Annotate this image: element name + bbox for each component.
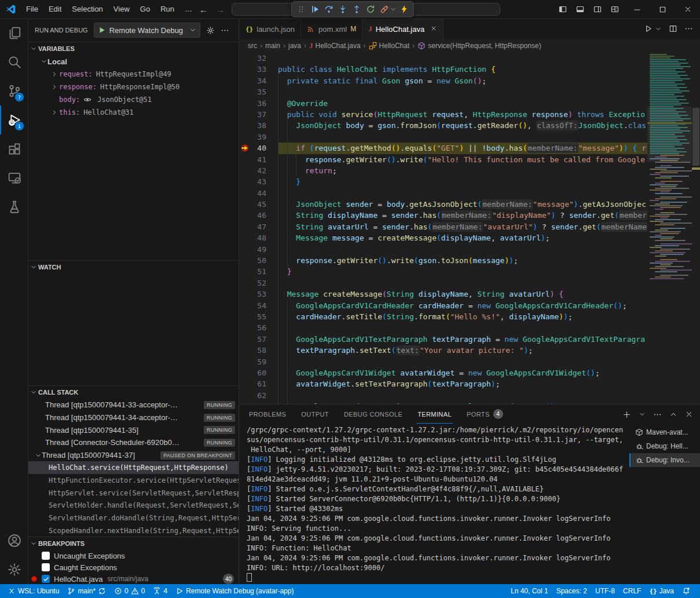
editor-gutter[interactable]: 48: [240, 232, 278, 243]
editor-gutter[interactable]: 33: [240, 64, 278, 75]
toggle-panel-button[interactable]: [571, 0, 589, 19]
close-button[interactable]: [676, 0, 700, 19]
variable-row[interactable]: body:JsonObject@51: [28, 93, 239, 106]
debug-config-dropdown[interactable]: Remote Watch Debug: [94, 23, 200, 38]
editor-gutter[interactable]: 39: [240, 132, 278, 143]
menu-view[interactable]: View: [108, 0, 135, 19]
new-terminal-button[interactable]: [622, 410, 631, 419]
breakpoint-checkbox[interactable]: [42, 563, 50, 571]
menu-go[interactable]: Go: [135, 0, 155, 19]
editor-gutter[interactable]: 49: [240, 244, 278, 255]
stack-frame[interactable]: ScopedHandler.nextHandle(String,Request,…: [28, 524, 239, 537]
editor-gutter[interactable]: 47: [240, 221, 278, 232]
debug-disconnect-button[interactable]: [378, 3, 391, 16]
nav-back-icon[interactable]: ←: [199, 5, 208, 14]
maximize-panel-icon[interactable]: [669, 410, 677, 418]
chevron-down-icon[interactable]: [390, 3, 397, 16]
drag-grip-button[interactable]: [295, 3, 307, 16]
status-utf-8[interactable]: UTF-8: [591, 584, 619, 598]
activitybar-remote-explorer[interactable]: [0, 163, 28, 192]
maximize-button[interactable]: [650, 0, 675, 19]
tab-pom-xml[interactable]: pom.xmlM: [301, 19, 362, 39]
terminal-output[interactable]: /grpc/grpc-context/1.27.2/grpc-context-1…: [247, 425, 626, 583]
breadcrumb-item[interactable]: main: [265, 42, 280, 50]
variable-row[interactable]: request:HttpRequestImpl@49: [28, 68, 239, 81]
debug-step-over-button[interactable]: [322, 3, 335, 16]
breakpoint-row[interactable]: Caught Exceptions: [28, 561, 239, 573]
panel-tab-output[interactable]: OUTPUT: [300, 406, 330, 424]
activitybar-source-control[interactable]: 7: [0, 76, 28, 105]
minimize-button[interactable]: [625, 0, 649, 19]
editor-gutter[interactable]: 34: [240, 75, 278, 86]
nav-forward-icon[interactable]: →: [216, 5, 225, 14]
breadcrumb-item[interactable]: HelloChat: [369, 42, 410, 50]
terminal-session[interactable]: Debug: Invo...: [629, 453, 700, 467]
breadcrumb-item[interactable]: JHelloChat.java: [309, 41, 361, 50]
terminal-session[interactable]: Debug: Hell...: [629, 439, 700, 453]
watch-header[interactable]: WATCH: [28, 260, 239, 274]
toggle-primary-sidebar-button[interactable]: [554, 0, 571, 19]
activitybar-extensions[interactable]: [0, 134, 28, 163]
editor-gutter[interactable]: 41: [240, 154, 278, 165]
panel-tab-problems[interactable]: PROBLEMS: [248, 406, 287, 424]
editor-gutter[interactable]: 37: [240, 109, 278, 120]
customize-layout-button[interactable]: [606, 0, 624, 19]
status-braces[interactable]: {}Java: [645, 584, 678, 598]
editor-gutter[interactable]: 44: [240, 188, 278, 199]
call-stack-thread[interactable]: Thread [qtp1500079441-34-acceptor-1@66..…: [28, 411, 239, 424]
editor-gutter[interactable]: 45: [240, 199, 278, 210]
breakpoint-row[interactable]: Uncaught Exceptions: [28, 550, 239, 561]
editor-gutter[interactable]: 58: [240, 345, 278, 356]
call-stack-thread[interactable]: Thread [qtp1500079441-35]RUNNING: [28, 424, 239, 436]
status-debug[interactable]: Remote Watch Debug (avatar-app): [171, 584, 298, 598]
editor-gutter[interactable]: 42: [240, 165, 278, 176]
activitybar-accounts[interactable]: [0, 526, 28, 555]
breakpoints-header[interactable]: BREAKPOINTS: [28, 537, 239, 550]
variable-row[interactable]: response:HttpResponseImpl@50: [28, 81, 239, 93]
minimap[interactable]: [647, 53, 692, 404]
editor-gutter[interactable]: 52: [240, 278, 278, 289]
variables-scope[interactable]: Local: [28, 55, 239, 68]
editor-gutter[interactable]: 54: [240, 300, 278, 311]
toggle-secondary-sidebar-button[interactable]: [589, 0, 606, 19]
debug-restart-button[interactable]: [364, 3, 377, 16]
status-error[interactable]: 00: [110, 584, 149, 598]
breadcrumb-item[interactable]: service(HttpRequest, HttpResponse): [417, 42, 541, 50]
stack-frame[interactable]: HelloChat.service(HttpRequest,HttpRespon…: [28, 461, 239, 474]
menu-run[interactable]: Run: [155, 0, 179, 19]
activitybar-settings[interactable]: [0, 555, 28, 584]
call-stack-thread[interactable]: Thread [qtp1500079441-33-acceptor-0@48..…: [28, 399, 239, 411]
more-actions-icon[interactable]: [653, 410, 662, 419]
menu-edit[interactable]: Edit: [43, 0, 67, 19]
gear-icon[interactable]: [206, 26, 215, 35]
stack-frame[interactable]: HttpServlet.service(ServletRequest,Servl…: [28, 487, 239, 499]
more-actions-icon[interactable]: [684, 24, 693, 33]
tab-hellochat-java[interactable]: JHelloChat.java: [362, 19, 444, 39]
more-actions-icon[interactable]: [221, 26, 229, 35]
menu-more[interactable]: …: [179, 0, 197, 19]
start-debug-icon[interactable]: [98, 26, 106, 34]
stack-frame[interactable]: ServletHandler.doHandle(String,Request,H…: [28, 512, 239, 524]
activitybar-search[interactable]: [0, 48, 28, 76]
status-broadcast[interactable]: 4: [149, 584, 171, 598]
breakpoint-row[interactable]: HelloChat.javasrc/main/java40: [28, 573, 239, 585]
status-ln-40-col-1[interactable]: Ln 40, Col 1: [507, 584, 552, 598]
panel-tab-ports[interactable]: PORTS4: [466, 404, 504, 425]
close-panel-icon[interactable]: [685, 410, 693, 418]
hot-code-replace-button[interactable]: [398, 3, 411, 16]
terminal-session[interactable]: Maven-avat...: [629, 425, 700, 439]
editor-gutter[interactable]: 53: [240, 289, 278, 300]
split-editor-button[interactable]: [669, 24, 677, 33]
menu-selection[interactable]: Selection: [67, 0, 108, 19]
stack-frame[interactable]: HttpFunctionExecutor.service(HttpServlet…: [28, 474, 239, 487]
code-editor[interactable]: 3233public class HelloChat implements Ht…: [240, 53, 700, 404]
breadcrumb-item[interactable]: java: [288, 42, 301, 50]
terminal-dropdown-icon[interactable]: [639, 411, 646, 418]
lazy-eval-eye-icon[interactable]: [83, 96, 91, 104]
activitybar-testing[interactable]: [0, 192, 28, 221]
editor-gutter[interactable]: 50: [240, 255, 278, 266]
editor-scrollbar[interactable]: [692, 53, 700, 404]
status-bell[interactable]: [678, 584, 694, 598]
editor-gutter[interactable]: 59: [240, 356, 278, 367]
editor-gutter[interactable]: 43: [240, 176, 278, 187]
